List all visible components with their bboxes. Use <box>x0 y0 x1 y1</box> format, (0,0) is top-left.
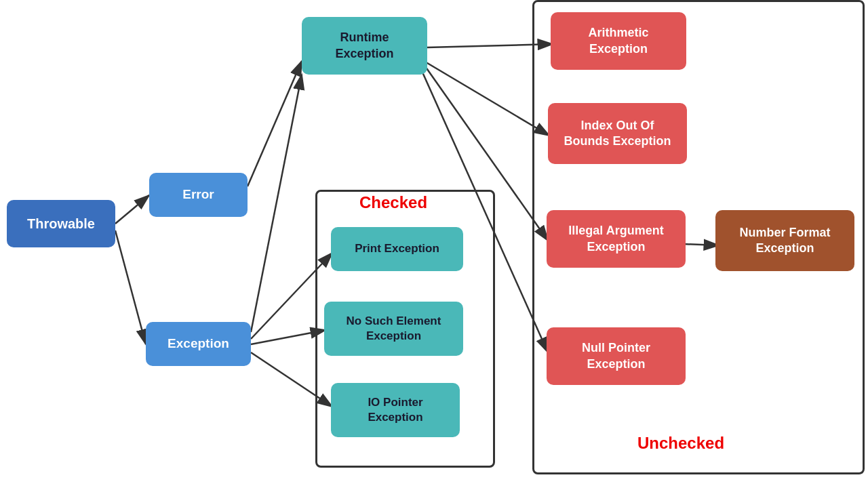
null-pointer-exception-node: Null PointerException <box>547 327 686 385</box>
svg-line-8 <box>424 61 549 136</box>
arithmetic-exception-node: Arithmetic Exception <box>551 12 686 70</box>
runtime-exception-node: RuntimeException <box>302 17 427 75</box>
exception-node: Exception <box>146 322 251 366</box>
unchecked-label: Unchecked <box>637 434 724 453</box>
no-such-element-node: No Such ElementException <box>324 302 463 356</box>
svg-line-2 <box>248 61 302 186</box>
svg-line-1 <box>115 230 146 344</box>
throwable-node: Throwable <box>7 200 115 247</box>
number-format-exception-node: Number FormatException <box>715 210 854 271</box>
illegal-argument-node: Illegal ArgumentException <box>547 210 686 268</box>
diagram: Checked Unchecked <box>0 0 868 488</box>
svg-line-0 <box>115 195 149 224</box>
svg-line-3 <box>251 75 302 332</box>
io-pointer-exception-node: IO PointerException <box>331 383 460 437</box>
index-oob-exception-node: Index Out OfBounds Exception <box>548 103 687 164</box>
svg-line-5 <box>251 330 326 344</box>
error-node: Error <box>149 173 248 217</box>
checked-label: Checked <box>359 193 427 212</box>
print-exception-node: Print Exception <box>331 227 463 271</box>
